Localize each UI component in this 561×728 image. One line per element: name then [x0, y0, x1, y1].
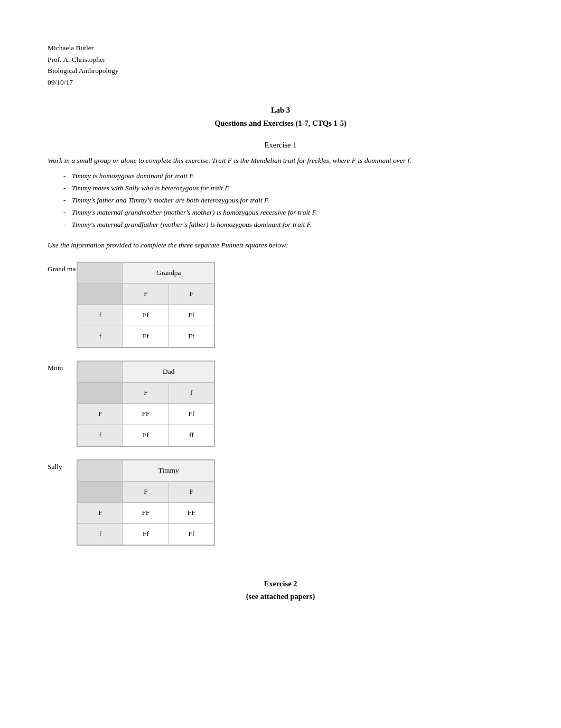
title-section: Lab 3 Questions and Exercises (1-7, CTQs…: [48, 104, 513, 130]
bullet-2: Timmy mates with Sally who is heterozygo…: [63, 182, 513, 195]
bullet-5: Timmy's maternal grandfather (mother's f…: [63, 219, 513, 231]
punnett3-wrapper: Sally Timmy ■ F F F FF FF f: [48, 459, 513, 546]
punnett3-col-label: Timmy: [123, 460, 214, 481]
punnett2-row-allele-1: F: [78, 403, 123, 425]
bullet-1: Timmy is homozygous dominant for trait F…: [63, 170, 513, 182]
punnett1-corner: [78, 262, 123, 283]
punnett3-row-allele-1: F: [78, 502, 123, 523]
date: 09/10/17: [48, 77, 513, 88]
punnett1-wrapper: Grand ma Grandpa ■ F F f Ff Ff f: [48, 262, 513, 348]
punnett2-col-allele-1: F: [123, 382, 169, 403]
course-name: Biological Anthropology: [48, 65, 513, 77]
exercise1-title: Exercise 1: [48, 141, 513, 150]
punnett3-container: Sally Timmy ■ F F F FF FF f: [48, 459, 513, 546]
punnett3-row-label: Sally: [48, 459, 77, 472]
punnett1-corner2: ■: [78, 283, 123, 305]
punnett2-corner2: ■: [78, 382, 123, 403]
punnett2-cell-10: Ff: [123, 425, 169, 446]
punnett2-cell-11: ff: [169, 425, 214, 446]
punnett3-cell-01: FF: [169, 502, 214, 523]
punnett3-cell-00: FF: [123, 502, 169, 523]
punnett1-row-allele-2: f: [78, 326, 123, 347]
punnett1-cell-11: Ff: [169, 326, 214, 347]
punnett1-col-allele-2: F: [169, 283, 214, 305]
punnett1-container: Grand ma Grandpa ■ F F f Ff Ff f: [48, 262, 513, 348]
punnett1-cell-10: Ff: [123, 326, 169, 347]
punnett2-col-label: Dad: [123, 361, 214, 382]
punnett2-corner: [78, 361, 123, 382]
punnett2-col-allele-2: f: [169, 382, 214, 403]
author-name: Michaela Butler: [48, 42, 513, 54]
punnett3-cell-11: Ff: [169, 523, 214, 545]
professor-name: Prof. A. Christopher: [48, 54, 513, 66]
lab-title-line2: Questions and Exercises (1-7, CTQs 1-5): [48, 117, 513, 130]
exercise2-line2: (see attached papers): [48, 590, 513, 603]
lab-title-line1: Lab 3: [48, 104, 513, 117]
punnett2-wrapper: Mom Dad ■ F f F FF Ff f: [48, 361, 513, 447]
punnett1-col-label: Grandpa: [123, 262, 214, 283]
punnett1-row-allele-1: f: [78, 305, 123, 326]
punnett2-row-allele-2: f: [78, 425, 123, 446]
punnett1-table: Grandpa ■ F F f Ff Ff f Ff Ff: [77, 262, 215, 348]
punnett2-row-label: Mom: [48, 361, 77, 373]
exercise1-block: Exercise 1 Work in a small group or alon…: [48, 141, 513, 251]
punnett3-corner2: ■: [78, 481, 123, 502]
punnett2-container: Mom Dad ■ F f F FF Ff f: [48, 361, 513, 447]
bullet-4: Timmy's maternal grandmother (mother's m…: [63, 207, 513, 219]
header-block: Michaela Butler Prof. A. Christopher Bio…: [48, 42, 513, 88]
bullet-3: Timmy's father and Timmy's mother are bo…: [63, 195, 513, 207]
punnett1-col-allele-1: F: [123, 283, 169, 305]
exercise2-section: Exercise 2 (see attached papers): [48, 577, 513, 603]
punnett3-row-allele-2: f: [78, 523, 123, 545]
punnett1-cell-01: Ff: [169, 305, 214, 326]
punnett3-col-allele-1: F: [123, 481, 169, 502]
punnett3-cell-10: Ff: [123, 523, 169, 545]
punnett3-col-allele-2: F: [169, 481, 214, 502]
punnett-instruction: Use the information provided to complete…: [48, 239, 513, 251]
exercise1-description: Work in a small group or alone to comple…: [48, 155, 513, 167]
punnett3-corner: [78, 460, 123, 481]
exercise2-line1: Exercise 2: [48, 577, 513, 591]
punnett2-cell-01: Ff: [169, 403, 214, 425]
punnett1-row-label: Grand ma: [48, 262, 77, 274]
bullet-list: Timmy is homozygous dominant for trait F…: [63, 170, 513, 231]
punnett2-cell-00: FF: [123, 403, 169, 425]
punnett3-table: Timmy ■ F F F FF FF f Ff Ff: [77, 459, 215, 546]
punnett1-cell-00: Ff: [123, 305, 169, 326]
punnett2-table: Dad ■ F f F FF Ff f Ff ff: [77, 361, 215, 447]
